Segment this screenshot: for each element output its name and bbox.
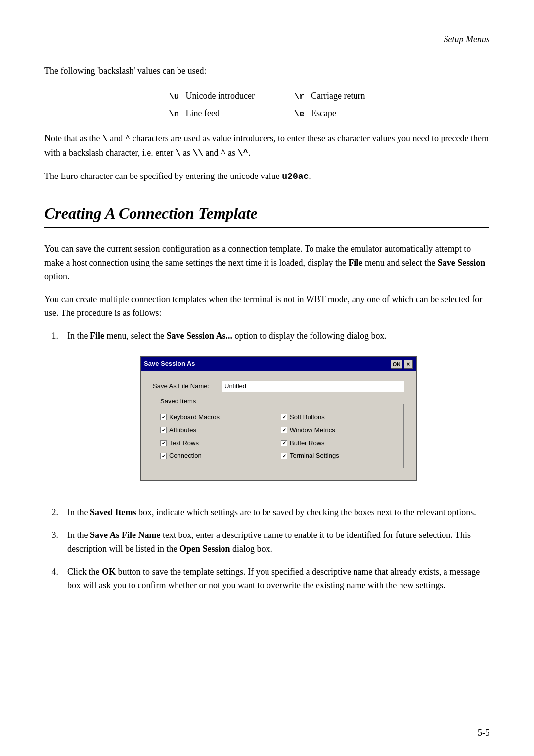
list-content-4: Click the OK button to save the template… (67, 565, 490, 593)
checkbox-label-keyboard-macros: Keyboard Macros (169, 412, 220, 422)
list-item-2: 2. In the Saved Items box, indicate whic… (44, 506, 490, 520)
backslash-label-n: Line feed (186, 105, 220, 121)
backslash-row-e: \e Escape (294, 105, 365, 122)
checkbox-buffer-rows: Buffer Rows (281, 438, 397, 448)
section-heading: Creating A Connection Template (44, 204, 490, 228)
backslash-row-u: \u Unicode introducer (169, 88, 255, 105)
checkbox-label-attributes: Attributes (169, 425, 196, 435)
list-num-1: 1. (44, 329, 58, 497)
list-num-2: 2. (44, 506, 58, 520)
list-num-4: 4. (44, 565, 58, 593)
backslash-col-right: \r Carriage return \e Escape (294, 88, 365, 122)
section-para2: You can create multiple connection templ… (44, 293, 490, 320)
checkbox-icon-soft-buttons[interactable] (281, 414, 287, 420)
list-content-3: In the Save As File Name text box, enter… (67, 529, 490, 556)
dialog-groupbox: Saved Items Keyboard Macros Soft Buttons (153, 400, 404, 469)
note-backslash: Note that as the \ and ^ characters are … (44, 132, 490, 161)
backslash-label-u: Unicode introducer (186, 88, 255, 104)
dialog-checkboxes: Keyboard Macros Soft Buttons Attributes (160, 412, 397, 461)
dialog-title-buttons: OK × (391, 360, 413, 369)
checkbox-icon-keyboard-macros[interactable] (160, 414, 167, 420)
euro-note: The Euro character can be specified by e… (44, 170, 490, 184)
list-num-3: 3. (44, 529, 58, 556)
dialog-box: Save Session As OK × Save As File Name: … (140, 356, 417, 481)
checkbox-icon-text-rows[interactable] (160, 440, 167, 446)
dialog-close-button[interactable]: × (404, 360, 413, 369)
checkbox-icon-terminal-settings[interactable] (281, 453, 287, 459)
backslash-code-n: \n (169, 107, 180, 122)
dialog-filename-input[interactable] (222, 381, 404, 392)
checkbox-terminal-settings: Terminal Settings (281, 451, 397, 461)
step4-text: Click the OK button to save the template… (67, 567, 480, 590)
header-title: Setup Menus (444, 34, 490, 44)
dialog-title: Save Session As (144, 359, 195, 369)
page-container: Setup Menus The following 'backslash' va… (0, 0, 534, 756)
page-header: Setup Menus (44, 34, 490, 44)
backslash-code-u: \u (169, 89, 180, 105)
numbered-list: 1. In the File menu, select the Save Ses… (44, 329, 490, 593)
backslash-row-n: \n Line feed (169, 105, 255, 122)
dialog-groupbox-legend: Saved Items (158, 397, 198, 406)
backslash-table: \u Unicode introducer \n Line feed \r Ca… (44, 88, 490, 122)
backslash-code-e: \e (294, 107, 305, 122)
backslash-col-left: \u Unicode introducer \n Line feed (169, 88, 255, 122)
backslash-label-e: Escape (311, 105, 336, 121)
backslash-code-r: \r (294, 89, 305, 105)
dialog-ok-button[interactable]: OK (391, 360, 402, 369)
checkbox-connection: Connection (160, 451, 276, 461)
top-rule (44, 30, 490, 30)
dialog-body: Save As File Name: Saved Items Keyboard … (141, 371, 416, 481)
list-item-3: 3. In the Save As File Name text box, en… (44, 529, 490, 556)
backslash-row-r: \r Carriage return (294, 88, 365, 105)
backslash-label-r: Carriage return (311, 88, 365, 104)
dialog-filename-label: Save As File Name: (153, 381, 222, 391)
backslash-intro: The following 'backslash' values can be … (44, 64, 490, 78)
checkbox-icon-connection[interactable] (160, 453, 167, 459)
step1-text: In the File menu, select the Save Sessio… (67, 331, 387, 341)
checkbox-label-text-rows: Text Rows (169, 438, 199, 448)
checkbox-label-soft-buttons: Soft Buttons (290, 412, 325, 422)
checkbox-icon-attributes[interactable] (160, 427, 167, 433)
section-para1: You can save the current session configu… (44, 242, 490, 284)
checkbox-attributes: Attributes (160, 425, 276, 435)
list-item-1: 1. In the File menu, select the Save Ses… (44, 329, 490, 497)
dialog-filename-row: Save As File Name: (153, 381, 404, 392)
checkbox-text-rows: Text Rows (160, 438, 276, 448)
list-content-1: In the File menu, select the Save Sessio… (67, 329, 490, 497)
checkbox-window-metrics: Window Metrics (281, 425, 397, 435)
checkbox-label-terminal-settings: Terminal Settings (290, 451, 339, 461)
step2-text: In the Saved Items box, indicate which s… (67, 507, 476, 517)
page-number: 5-5 (478, 728, 490, 738)
dialog-titlebar: Save Session As OK × (141, 357, 416, 370)
list-item-4: 4. Click the OK button to save the templ… (44, 565, 490, 593)
checkbox-icon-window-metrics[interactable] (281, 427, 287, 433)
list-content-2: In the Saved Items box, indicate which s… (67, 506, 490, 520)
checkbox-keyboard-macros: Keyboard Macros (160, 412, 276, 422)
checkbox-label-buffer-rows: Buffer Rows (290, 438, 325, 448)
checkbox-icon-buffer-rows[interactable] (281, 440, 287, 446)
checkbox-label-connection: Connection (169, 451, 202, 461)
step3-text: In the Save As File Name text box, enter… (67, 530, 471, 554)
checkbox-label-window-metrics: Window Metrics (290, 425, 335, 435)
checkbox-soft-buttons: Soft Buttons (281, 412, 397, 422)
bottom-rule (44, 726, 490, 726)
